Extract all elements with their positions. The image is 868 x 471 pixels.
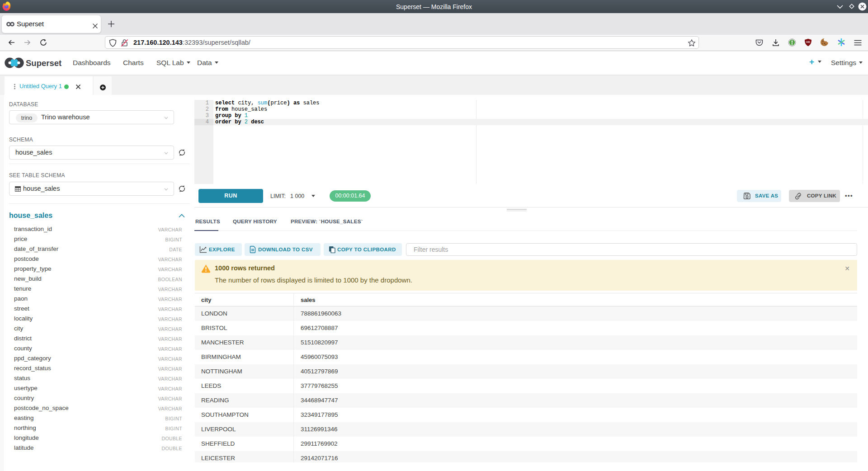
svg-text:UO: UO xyxy=(806,41,810,43)
